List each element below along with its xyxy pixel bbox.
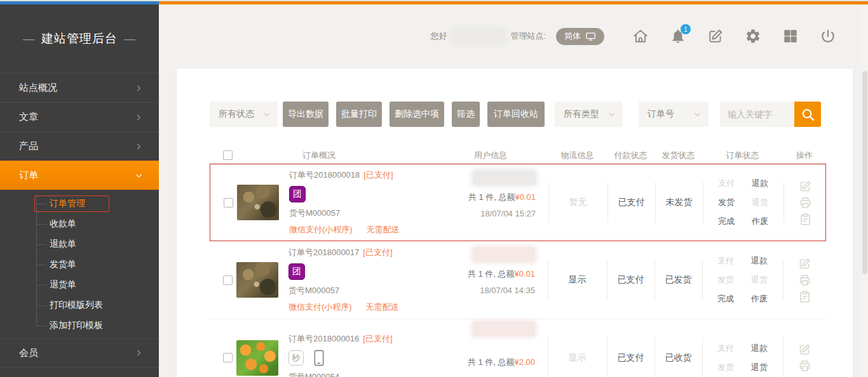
apps-grid-icon [782, 28, 799, 44]
payment-status: 已支付 [618, 274, 644, 284]
complete-link[interactable]: 完成 [717, 293, 734, 305]
delivery-type: 无需配送 [366, 301, 399, 313]
sidebar-item-products[interactable]: 产品 [0, 131, 159, 161]
filter-button[interactable]: 筛选 [452, 102, 480, 127]
mobile-icon [313, 349, 325, 367]
select-all-checkbox[interactable] [223, 150, 233, 160]
orders-panel: 所有状态 导出数据 批量打印 删除选中项 筛选 订单回收站 所有类型 订单号 订… [177, 69, 853, 377]
row-checkbox[interactable] [223, 353, 233, 362]
col-shipping-status: 发货状态 [654, 150, 702, 161]
greeting-text: 您好 [430, 30, 447, 42]
order-recycle-bin-button[interactable]: 订单回收站 [487, 102, 545, 127]
ship-link[interactable]: 发货 [717, 362, 734, 373]
flash-sale-badge: 秒 [288, 350, 304, 366]
home-button[interactable] [632, 28, 649, 44]
table-row: 订单号2018000016 [已支付] 秒 货号M000054 共 1 件, 总… [210, 319, 826, 377]
edit-order-button[interactable] [798, 257, 811, 270]
order-datetime: 18/07/04 15:27 [434, 209, 536, 218]
order-number: 订单号2018000016 [288, 333, 359, 345]
chevron-right-icon [134, 348, 144, 358]
topbar-blue-accent [0, 1, 159, 4]
print-order-button[interactable] [799, 196, 812, 209]
sidebar-item-orders[interactable]: 订单 [0, 161, 159, 190]
row-checkbox[interactable] [223, 275, 233, 285]
pay-link[interactable]: 支付 [717, 343, 734, 354]
return-link[interactable]: 退货 [751, 274, 768, 286]
edit-icon [799, 180, 812, 193]
logout-button[interactable] [820, 28, 836, 44]
paid-tag: [已支付] [363, 169, 393, 181]
refund-link[interactable]: 退款 [751, 255, 768, 267]
compose-button[interactable] [707, 28, 724, 44]
sidebar-item-site-overview[interactable]: 站点概况 [0, 73, 159, 102]
chevron-down-icon [607, 110, 616, 119]
pay-link[interactable]: 支付 [718, 178, 735, 189]
site-language-button[interactable]: 简体 [556, 28, 604, 45]
scrollbar-thumb[interactable] [862, 71, 867, 274]
submenu-item-shipping-orders[interactable]: 发货单 [0, 255, 159, 275]
groupbuy-badge: 团 [288, 263, 305, 280]
submenu-item-return-orders[interactable]: 退货单 [0, 275, 159, 295]
search-input[interactable] [720, 102, 794, 127]
settings-button[interactable] [745, 28, 761, 44]
title-dash: — [23, 32, 35, 46]
page-scrollbar[interactable] [862, 0, 868, 377]
col-user-info: 用户信息 [433, 150, 548, 161]
print-order-button[interactable] [798, 274, 811, 287]
submenu-item-add-print-template[interactable]: 添加打印模板 [0, 315, 159, 336]
chevron-down-icon [693, 110, 702, 119]
active-item-outline [34, 195, 109, 212]
batch-print-button[interactable]: 批量打印 [336, 102, 382, 127]
product-thumbnail [237, 185, 279, 220]
logistics-value[interactable]: 显示 [569, 352, 587, 362]
return-link[interactable]: 退货 [752, 197, 768, 208]
delivery-type: 无需配送 [367, 224, 400, 235]
col-payment-status: 付款状态 [607, 150, 654, 161]
delete-selected-button[interactable]: 删除选中项 [390, 102, 444, 127]
row-checkbox[interactable] [224, 198, 233, 208]
quantity-total: 共 1 件, 总额 [468, 269, 515, 279]
sidebar-item-articles[interactable]: 文章 [0, 102, 159, 131]
edit-order-button[interactable] [798, 343, 811, 356]
void-link[interactable]: 作废 [752, 216, 768, 227]
order-amount: ¥2.00 [514, 357, 535, 367]
edit-order-button[interactable] [799, 180, 812, 193]
logistics-value[interactable]: 暂无 [569, 197, 587, 207]
logistics-value[interactable]: 显示 [569, 274, 587, 284]
export-data-button[interactable]: 导出数据 [283, 102, 329, 127]
chevron-down-icon [134, 171, 144, 180]
quantity-total: 共 1 件, 总额 [468, 357, 515, 367]
refund-link[interactable]: 退款 [752, 178, 768, 189]
refund-link[interactable]: 退款 [751, 343, 768, 354]
submenu-item-refund-orders[interactable]: 退款单 [0, 234, 159, 255]
keyword-type-dropdown[interactable]: 订单号 [639, 102, 709, 127]
ship-link[interactable]: 发货 [717, 274, 734, 286]
order-notes-button[interactable] [798, 290, 811, 303]
type-filter-dropdown[interactable]: 所有类型 [555, 102, 623, 127]
submenu-item-receipts[interactable]: 收款单 [0, 214, 159, 234]
print-icon [798, 274, 811, 287]
compose-icon [707, 28, 724, 44]
print-order-button[interactable] [798, 359, 811, 373]
apps-button[interactable] [782, 28, 799, 44]
topbar-orange-accent [159, 1, 868, 4]
chevron-right-icon [134, 142, 144, 151]
col-order-status: 订单状态 [702, 150, 783, 161]
return-link[interactable]: 退货 [751, 362, 768, 373]
shipping-status: 已收货 [665, 352, 692, 362]
app-title-text: 建站管理后台 [41, 30, 118, 47]
status-filter-dropdown[interactable]: 所有状态 [210, 102, 278, 127]
paid-tag: [已支付] [363, 247, 392, 258]
order-notes-button[interactable] [799, 213, 812, 226]
home-icon [632, 28, 649, 44]
complete-link[interactable]: 完成 [718, 216, 735, 227]
search-button[interactable] [794, 102, 821, 127]
submenu-item-order-management[interactable]: 订单管理 [0, 194, 159, 214]
sidebar-item-members[interactable]: 会员 [0, 338, 159, 367]
pay-link[interactable]: 支付 [717, 255, 734, 267]
notifications-button[interactable]: 1 [670, 28, 686, 44]
void-link[interactable]: 作废 [751, 293, 768, 305]
ship-link[interactable]: 发货 [718, 197, 735, 208]
orders-submenu: 订单管理 收款单 退款单 发货单 退货单 打印模版列表 添加打印模板 [0, 190, 159, 338]
submenu-item-print-template-list[interactable]: 打印模版列表 [0, 295, 159, 315]
